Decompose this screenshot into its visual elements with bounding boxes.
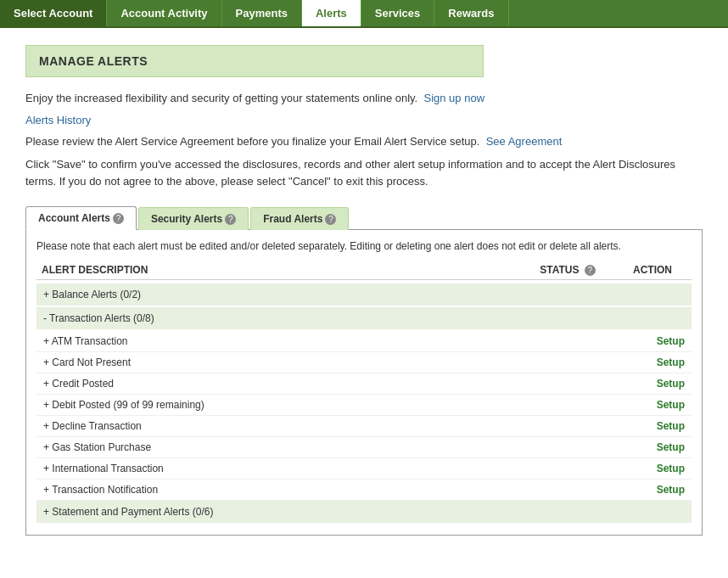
- atm-transaction-setup-link[interactable]: Setup: [657, 335, 685, 347]
- list-item: + Card Not Present Setup: [36, 352, 692, 373]
- nav-alerts[interactable]: Alerts: [302, 0, 361, 26]
- list-item: + Credit Posted Setup: [36, 373, 692, 395]
- alerts-table-header: ALERT DESCRIPTION STATUS ? ACTION: [36, 261, 692, 280]
- gas-station-label: + Gas Station Purchase: [43, 441, 515, 453]
- transaction-notification-action[interactable]: Setup: [617, 484, 685, 496]
- credit-posted-label: + Credit Posted: [43, 378, 515, 390]
- header-action: ACTION: [619, 264, 686, 276]
- account-alerts-info-icon[interactable]: ?: [113, 213, 124, 224]
- tab-account-alerts[interactable]: Account Alerts?: [25, 206, 137, 230]
- card-not-present-label: + Card Not Present: [43, 356, 515, 368]
- international-transaction-action[interactable]: Setup: [617, 463, 685, 474]
- agreement-link[interactable]: See Agreement: [486, 135, 563, 148]
- statement-payment-alerts-group[interactable]: + Statement and Payment Alerts (0/6): [36, 501, 692, 523]
- decline-transaction-action[interactable]: Setup: [617, 420, 685, 432]
- credit-posted-setup-link[interactable]: Setup: [657, 378, 685, 390]
- list-item: + Gas Station Purchase Setup: [36, 437, 692, 458]
- nav-account-activity[interactable]: Account Activity: [107, 0, 221, 26]
- header-description: ALERT DESCRIPTION: [42, 264, 517, 276]
- decline-transaction-setup-link[interactable]: Setup: [657, 420, 685, 432]
- list-item: + Debit Posted (99 of 99 remaining) Setu…: [36, 395, 692, 416]
- debit-posted-action[interactable]: Setup: [617, 399, 685, 411]
- alerts-note: Please note that each alert must be edit…: [36, 240, 692, 252]
- signup-link[interactable]: Sign up now: [423, 92, 484, 104]
- decline-transaction-label: + Decline Transaction: [43, 420, 515, 432]
- page-header: MANAGE ALERTS: [25, 45, 484, 77]
- list-item: + ATM Transaction Setup: [36, 331, 692, 352]
- confirm-text: Click "Save" to confirm you've accessed …: [25, 156, 703, 189]
- gas-station-setup-link[interactable]: Setup: [657, 441, 685, 453]
- debit-posted-label: + Debit Posted (99 of 99 remaining): [43, 399, 515, 411]
- list-item: + Transaction Notification Setup: [36, 480, 692, 501]
- alerts-history-link[interactable]: Alerts History: [25, 114, 703, 126]
- security-alerts-info-icon[interactable]: ?: [225, 214, 236, 225]
- nav-select-account[interactable]: Select Account: [0, 0, 107, 26]
- atm-transaction-label: + ATM Transaction: [43, 335, 515, 347]
- nav-payments[interactable]: Payments: [222, 0, 302, 26]
- transaction-notification-label: + Transaction Notification: [43, 484, 515, 496]
- credit-posted-action[interactable]: Setup: [617, 378, 685, 390]
- tab-security-alerts[interactable]: Security Alerts?: [138, 207, 249, 230]
- fraud-alerts-info-icon[interactable]: ?: [325, 214, 336, 225]
- tab-fraud-alerts[interactable]: Fraud Alerts?: [250, 207, 349, 230]
- alerts-tabs: Account Alerts? Security Alerts? Fraud A…: [25, 206, 703, 230]
- nav-services[interactable]: Services: [361, 0, 435, 26]
- card-not-present-action[interactable]: Setup: [617, 356, 685, 368]
- gas-station-action[interactable]: Setup: [617, 441, 685, 453]
- page-title: MANAGE ALERTS: [39, 54, 470, 68]
- status-info-icon[interactable]: ?: [585, 265, 596, 276]
- nav-rewards[interactable]: Rewards: [434, 0, 508, 26]
- atm-transaction-action[interactable]: Setup: [617, 335, 685, 347]
- debit-posted-setup-link[interactable]: Setup: [657, 399, 685, 411]
- balance-alerts-group[interactable]: + Balance Alerts (0/2): [36, 283, 692, 306]
- review-text: Please review the Alert Service Agreemen…: [25, 133, 703, 150]
- header-status: STATUS ?: [517, 264, 619, 276]
- top-navigation: Select Account Account Activity Payments…: [0, 0, 728, 28]
- transaction-alerts-group[interactable]: - Transaction Alerts (0/8): [36, 307, 692, 329]
- main-content: MANAGE ALERTS Enjoy the increased flexib…: [0, 28, 728, 553]
- alerts-content-box: Please note that each alert must be edit…: [25, 229, 703, 536]
- transaction-notification-setup-link[interactable]: Setup: [657, 484, 685, 496]
- international-transaction-setup-link[interactable]: Setup: [657, 463, 685, 474]
- list-item: + International Transaction Setup: [36, 458, 692, 480]
- list-item: + Decline Transaction Setup: [36, 416, 692, 437]
- card-not-present-setup-link[interactable]: Setup: [657, 356, 685, 368]
- intro-text: Enjoy the increased flexibility and secu…: [25, 90, 703, 107]
- international-transaction-label: + International Transaction: [43, 463, 515, 474]
